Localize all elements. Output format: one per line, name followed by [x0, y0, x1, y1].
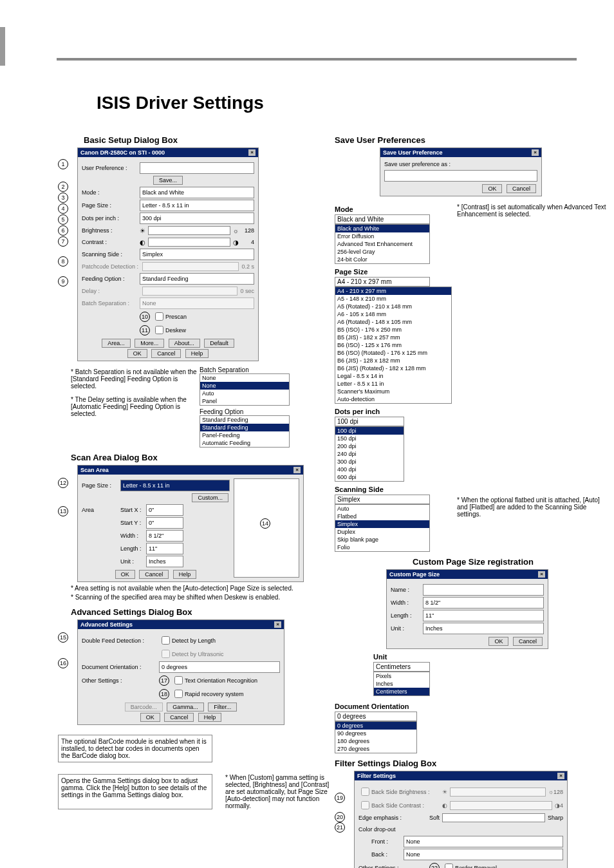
dpi-combo[interactable]: 100 dpi: [335, 417, 404, 426]
brightness-value: 128: [239, 227, 254, 234]
filter-button[interactable]: Filter...: [208, 703, 237, 712]
sa-help-button[interactable]: Help: [173, 570, 197, 579]
close-icon[interactable]: ×: [538, 571, 545, 578]
cp-width-field[interactable]: 8 1/2": [423, 597, 544, 609]
sa-pagesize-field[interactable]: Letter - 8.5 x 11 in: [120, 480, 230, 491]
marker-14: 14: [260, 518, 270, 529]
mode-head: Mode: [335, 205, 451, 213]
scan-area-title: Scan Area Dialog Box: [71, 453, 335, 462]
mode-combo[interactable]: Black and White: [335, 214, 430, 224]
cp-unit-field[interactable]: Inches: [423, 623, 544, 634]
front-label: Front :: [358, 838, 404, 845]
detect-length-check[interactable]: [162, 636, 170, 645]
cp-cancel-button[interactable]: Cancel: [513, 637, 543, 646]
unit-list[interactable]: Pixels Inches Centimeters: [373, 672, 430, 696]
back-contrast-check[interactable]: [361, 801, 369, 809]
dpi-list[interactable]: 100 dpi 150 dpi 200 dpi 240 dpi 300 dpi …: [335, 426, 404, 482]
starty-field[interactable]: 0": [146, 517, 183, 529]
gamma-button[interactable]: Gamma...: [167, 703, 204, 712]
note-custom-gamma: * When [Custom] gamma setting is selecte…: [225, 774, 335, 809]
mode-list[interactable]: Black and White Error Diffusion Advanced…: [335, 224, 430, 264]
close-icon[interactable]: ×: [532, 149, 539, 156]
back-field[interactable]: None: [404, 849, 563, 860]
startx-field[interactable]: 0": [146, 504, 183, 516]
edge-slider[interactable]: [442, 813, 545, 822]
pagesize-label: Page Size :: [82, 202, 140, 209]
back-bright-check[interactable]: [361, 788, 369, 796]
cp-ok-button[interactable]: OK: [488, 637, 508, 646]
note-barcode: The optional BarCode module is enabled w…: [58, 735, 212, 762]
sp-cancel-button[interactable]: Cancel: [507, 184, 536, 193]
cp-length-lbl: Length :: [391, 612, 423, 619]
doc-orient-label: Document Orientation :: [82, 664, 159, 670]
doc-orient-combo[interactable]: 0 degrees: [335, 712, 417, 721]
close-icon[interactable]: ×: [557, 773, 564, 779]
filter-other-label: Other Settings :: [358, 865, 429, 869]
close-icon[interactable]: ×: [248, 149, 256, 156]
mode-field[interactable]: Black and White: [140, 187, 254, 198]
batch-label: Batch Separation :: [82, 300, 140, 307]
sp-ok-button[interactable]: OK: [482, 184, 502, 193]
save-pref-input[interactable]: [384, 170, 537, 182]
batch-sep-list[interactable]: None None Auto Panel: [200, 373, 290, 406]
cp-name-field[interactable]: [423, 584, 544, 596]
feeding-field[interactable]: Standard Feeding: [140, 273, 254, 285]
scan-area-dialog: Scan Area× Page Size :Letter - 8.5 x 11 …: [77, 465, 304, 582]
area-button[interactable]: Area...: [102, 339, 131, 348]
unit-field[interactable]: Inches: [146, 556, 183, 567]
text-orient-check[interactable]: [174, 676, 183, 684]
sa-area-lbl: Area: [82, 507, 120, 513]
close-icon[interactable]: ×: [274, 621, 281, 628]
page-title: ISIS Driver Settings: [97, 93, 614, 113]
sa-cancel-button[interactable]: Cancel: [139, 570, 169, 579]
text-orient-label: Text Orientation Recognition: [185, 677, 257, 684]
rapid-check[interactable]: [174, 690, 183, 698]
about-button[interactable]: About...: [169, 339, 200, 348]
front-field[interactable]: None: [404, 836, 563, 847]
marker-1: 1: [58, 159, 68, 169]
default-button[interactable]: Default: [204, 339, 234, 348]
contrast-slider[interactable]: [148, 238, 230, 247]
user-pref-field[interactable]: [140, 162, 254, 174]
scan-area-dlg-title: Scan Area: [80, 467, 109, 473]
pagesize-combo[interactable]: A4 - 210 x 297 mm: [335, 277, 430, 287]
startx-lbl: Start X :: [120, 507, 146, 513]
prescan-check[interactable]: [155, 312, 163, 321]
cp-length-field[interactable]: 11": [423, 610, 544, 621]
adv-ok-button[interactable]: OK: [140, 713, 160, 722]
unit-combo[interactable]: Centimeters: [373, 662, 430, 672]
adv-cancel-button[interactable]: Cancel: [164, 713, 194, 722]
scanside-combo[interactable]: Simplex: [335, 495, 430, 504]
unit-lbl: Unit :: [120, 558, 146, 565]
pagesize-list[interactable]: A4 - 210 x 297 mm A5 - 148 x 210 mm A5 (…: [335, 287, 452, 404]
more-button[interactable]: More...: [135, 339, 164, 348]
sharp-label: Sharp: [548, 815, 563, 821]
barcode-button: Barcode...: [125, 703, 163, 712]
doc-orient-field[interactable]: 0 degrees: [159, 661, 280, 673]
pagesize-field[interactable]: Letter - 8.5 x 11 in: [140, 200, 254, 211]
feed-opt-list[interactable]: Standard Feeding Standard Feeding Panel-…: [200, 415, 290, 448]
help-button[interactable]: Help: [185, 349, 209, 358]
close-icon[interactable]: ×: [293, 467, 301, 473]
scanside-list[interactable]: Auto Flatbed Simplex Duplex Skip blank p…: [335, 504, 430, 552]
border-check[interactable]: [445, 863, 453, 868]
custom-button[interactable]: Custom...: [192, 493, 228, 502]
deskew-check[interactable]: [155, 326, 163, 334]
cancel-button[interactable]: Cancel: [151, 349, 181, 358]
ok-button[interactable]: OK: [127, 349, 147, 358]
marker-18: 18: [159, 689, 169, 699]
advanced-dialog: Advanced Settings× Double Feed Detection…: [77, 619, 284, 725]
scanside-field[interactable]: Simplex: [140, 249, 254, 260]
adv-help-button[interactable]: Help: [198, 713, 222, 722]
back-label: Back :: [358, 851, 404, 858]
length-field[interactable]: 11": [146, 543, 183, 554]
marker-4: 4: [58, 203, 68, 214]
save-button[interactable]: Save...: [153, 176, 183, 185]
marker-20: 20: [335, 812, 345, 822]
brightness-slider[interactable]: [148, 226, 230, 235]
sa-ok-button[interactable]: OK: [115, 570, 135, 579]
dpi-field[interactable]: 300 dpi: [140, 212, 254, 224]
width-field[interactable]: 8 1/2": [146, 530, 183, 542]
doc-orient-list[interactable]: 0 degrees 90 degrees 180 degrees 270 deg…: [335, 721, 417, 753]
marker-11: 11: [140, 325, 150, 335]
